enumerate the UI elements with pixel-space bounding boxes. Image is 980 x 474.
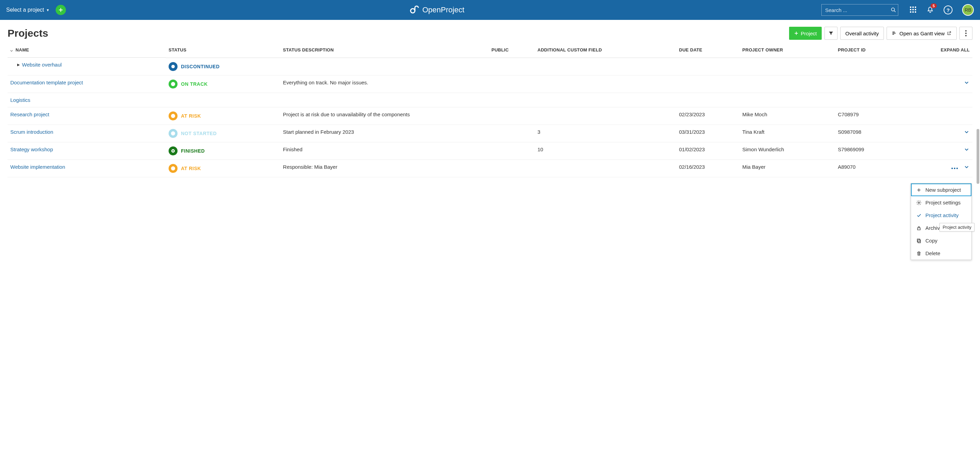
table-row: Website implementationAT RISKResponsible… [8,160,972,177]
project-link[interactable]: Logistics [10,97,30,103]
col-public[interactable]: PUBLIC [488,43,535,58]
top-header: Select a project ▼ OpenProject 5 ? RB [0,0,980,20]
status-label: AT RISK [181,166,201,171]
project-link[interactable]: Research project [10,111,49,117]
gantt-icon [892,30,897,36]
search-input[interactable] [825,7,890,13]
status-dot-icon [169,146,178,155]
due-date: 03/31/2023 [676,125,739,142]
filter-icon [828,30,834,36]
status-description: Everything on track. No major issues. [280,75,488,93]
table-row: Research projectAT RISKProject is at ris… [8,107,972,125]
status-description: Finished [280,142,488,160]
projects-table: ⌵NAME STATUS STATUS DESCRIPTION PUBLIC A… [8,43,972,177]
project-id [835,58,902,75]
brand-logo: OpenProject [409,5,464,15]
caret-down-icon: ▼ [46,8,49,12]
project-link[interactable]: Website overhaul [22,62,62,68]
status-badge: ON TRACK [169,79,277,89]
col-project-id[interactable]: PROJECT ID [835,43,902,58]
project-id [835,75,902,93]
openproject-icon [409,5,420,15]
project-id: C708979 [835,107,902,125]
chevron-down-icon[interactable] [964,146,970,153]
due-date [676,93,739,107]
filter-button[interactable] [824,27,837,40]
project-owner: Mike Moch [740,107,835,125]
svg-rect-2 [892,32,895,32]
row-actions-button[interactable]: ••• [951,165,959,171]
hierarchy-icon: ⌵ [10,48,13,52]
due-date: 01/02/2023 [676,142,739,160]
kebab-icon [965,30,967,36]
due-date: 02/23/2023 [676,107,739,125]
col-status[interactable]: STATUS [166,43,280,58]
new-project-label: Project [801,30,817,36]
notification-badge: 5 [931,3,937,8]
col-status-desc[interactable]: STATUS DESCRIPTION [280,43,488,58]
table-row: Scrum introductionNOT STARTEDStart plann… [8,125,972,142]
new-project-button[interactable]: Project [789,27,822,40]
user-avatar[interactable]: RB [962,4,974,16]
table-row: Logistics [8,93,972,107]
status-dot-icon [169,62,178,71]
page-title: Projects [8,27,48,39]
status-dot-icon [169,111,178,120]
plus-icon [794,31,799,36]
chevron-down-icon[interactable] [964,79,970,86]
project-link[interactable]: Scrum introduction [10,129,53,135]
more-menu-button[interactable] [959,27,972,40]
status-label: AT RISK [181,113,201,119]
page-toolbar: Projects Project Overall activity Open a… [0,20,980,43]
svg-rect-3 [892,33,896,33]
external-link-icon [947,31,951,36]
custom-field-value [535,107,676,125]
svg-point-7 [965,35,967,36]
col-expand-all[interactable]: EXPAND ALL [902,43,972,58]
custom-field-value [535,93,676,107]
col-owner[interactable]: PROJECT OWNER [740,43,835,58]
col-custom[interactable]: ADDITIONAL CUSTOM FIELD [535,43,676,58]
project-link[interactable]: Website implementation [10,164,65,170]
projects-table-wrap: ⌵NAME STATUS STATUS DESCRIPTION PUBLIC A… [0,43,980,177]
project-id: S79869099 [835,142,902,160]
gantt-view-button[interactable]: Open as Gantt view [886,27,957,40]
status-description [280,93,488,107]
project-link[interactable]: Strategy workshop [10,146,53,152]
due-date [676,75,739,93]
project-owner: Mia Bayer [740,160,835,177]
project-owner [740,75,835,93]
global-add-button[interactable] [56,5,66,15]
status-label: FINISHED [181,148,205,154]
project-selector[interactable]: Select a project ▼ [6,7,49,13]
custom-field-value [535,75,676,93]
svg-point-0 [411,9,415,13]
expand-triangle-icon[interactable]: ▶ [17,63,20,67]
due-date [676,58,739,75]
status-badge: AT RISK [169,111,277,120]
status-label: ON TRACK [181,81,208,87]
apps-grid-icon[interactable] [910,6,917,13]
project-owner: Simon Wunderlich [740,142,835,160]
status-badge: AT RISK [169,164,277,173]
notifications-button[interactable]: 5 [926,6,934,14]
project-link[interactable]: Documentation template project [10,79,83,86]
status-badge: DISCONTINUED [169,62,277,71]
chevron-down-icon[interactable] [964,164,970,170]
project-owner [740,58,835,75]
overall-activity-button[interactable]: Overall activity [840,27,884,40]
svg-rect-4 [892,34,894,35]
vertical-scrollbar[interactable] [977,129,979,177]
table-row: Strategy workshopFINISHEDFinished1001/02… [8,142,972,160]
col-name[interactable]: ⌵NAME [8,43,166,58]
custom-field-value: 3 [535,125,676,142]
project-owner [740,93,835,107]
status-dot-icon [169,164,178,173]
col-due-date[interactable]: DUE DATE [676,43,739,58]
help-button[interactable]: ? [943,5,953,14]
status-description: Responsible: Mia Bayer [280,160,488,177]
global-search[interactable] [821,4,898,16]
status-badge: NOT STARTED [169,129,277,138]
project-id: A89070 [835,160,902,177]
chevron-down-icon[interactable] [964,129,970,135]
